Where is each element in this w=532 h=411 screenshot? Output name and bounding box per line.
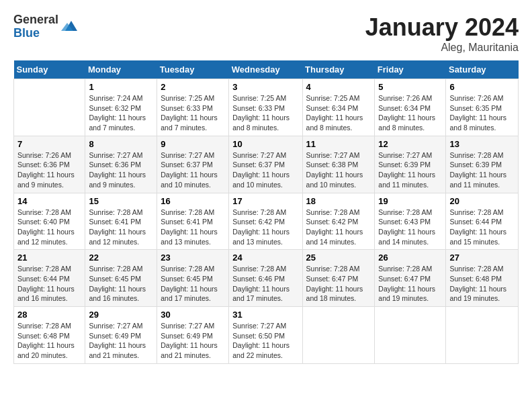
day-info: Sunrise: 7:25 AM Sunset: 6:34 PM Dayligh… bbox=[306, 93, 371, 133]
day-info: Sunrise: 7:28 AM Sunset: 6:41 PM Dayligh… bbox=[161, 208, 225, 247]
day-number: 9 bbox=[161, 139, 225, 149]
calendar-day-cell: 11Sunrise: 7:27 AM Sunset: 6:38 PM Dayli… bbox=[302, 136, 375, 193]
day-info: Sunrise: 7:27 AM Sunset: 6:49 PM Dayligh… bbox=[161, 321, 225, 361]
day-number: 30 bbox=[161, 310, 225, 320]
day-info: Sunrise: 7:28 AM Sunset: 6:40 PM Dayligh… bbox=[17, 208, 81, 247]
day-info: Sunrise: 7:26 AM Sunset: 6:35 PM Dayligh… bbox=[449, 93, 515, 133]
day-number: 2 bbox=[161, 82, 225, 92]
day-number: 15 bbox=[89, 196, 153, 206]
day-info: Sunrise: 7:27 AM Sunset: 6:49 PM Dayligh… bbox=[89, 321, 153, 361]
calendar-day-cell: 12Sunrise: 7:27 AM Sunset: 6:39 PM Dayli… bbox=[375, 136, 446, 193]
calendar-day-cell: 30Sunrise: 7:27 AM Sunset: 6:49 PM Dayli… bbox=[157, 307, 229, 364]
calendar-day-cell: 10Sunrise: 7:27 AM Sunset: 6:37 PM Dayli… bbox=[229, 136, 302, 193]
logo-general: General bbox=[13, 13, 58, 27]
day-number: 18 bbox=[306, 196, 371, 206]
calendar-day-cell bbox=[375, 307, 446, 364]
day-info: Sunrise: 7:28 AM Sunset: 6:39 PM Dayligh… bbox=[449, 150, 515, 190]
day-info: Sunrise: 7:28 AM Sunset: 6:45 PM Dayligh… bbox=[89, 264, 153, 304]
day-info: Sunrise: 7:28 AM Sunset: 6:44 PM Dayligh… bbox=[17, 264, 81, 304]
calendar-day-cell: 21Sunrise: 7:28 AM Sunset: 6:44 PM Dayli… bbox=[14, 250, 85, 307]
day-info: Sunrise: 7:25 AM Sunset: 6:33 PM Dayligh… bbox=[161, 93, 225, 133]
day-header: Tuesday bbox=[157, 60, 229, 79]
day-number: 22 bbox=[89, 253, 153, 263]
title-location: Aleg, Mauritania bbox=[365, 42, 519, 54]
calendar-day-cell bbox=[446, 307, 519, 364]
calendar-day-cell: 13Sunrise: 7:28 AM Sunset: 6:39 PM Dayli… bbox=[446, 136, 519, 193]
calendar-week-row: 21Sunrise: 7:28 AM Sunset: 6:44 PM Dayli… bbox=[14, 250, 519, 307]
calendar-day-cell: 26Sunrise: 7:28 AM Sunset: 6:47 PM Dayli… bbox=[375, 250, 446, 307]
day-number: 5 bbox=[378, 82, 442, 92]
day-header: Saturday bbox=[446, 60, 519, 79]
day-info: Sunrise: 7:27 AM Sunset: 6:38 PM Dayligh… bbox=[306, 150, 371, 190]
day-info: Sunrise: 7:28 AM Sunset: 6:48 PM Dayligh… bbox=[17, 321, 81, 361]
calendar-header: SundayMondayTuesdayWednesdayThursdayFrid… bbox=[14, 60, 519, 79]
day-info: Sunrise: 7:27 AM Sunset: 6:50 PM Dayligh… bbox=[232, 321, 298, 361]
calendar-table: SundayMondayTuesdayWednesdayThursdayFrid… bbox=[13, 60, 519, 364]
day-number: 29 bbox=[89, 310, 153, 320]
day-info: Sunrise: 7:27 AM Sunset: 6:37 PM Dayligh… bbox=[161, 150, 225, 190]
day-info: Sunrise: 7:28 AM Sunset: 6:45 PM Dayligh… bbox=[161, 264, 225, 304]
calendar-week-row: 28Sunrise: 7:28 AM Sunset: 6:48 PM Dayli… bbox=[14, 307, 519, 364]
day-header: Sunday bbox=[14, 60, 85, 79]
day-info: Sunrise: 7:28 AM Sunset: 6:42 PM Dayligh… bbox=[306, 208, 371, 247]
calendar-day-cell: 3Sunrise: 7:25 AM Sunset: 6:33 PM Daylig… bbox=[229, 79, 302, 136]
day-number: 25 bbox=[306, 253, 371, 263]
day-number: 26 bbox=[378, 253, 442, 263]
calendar-day-cell: 25Sunrise: 7:28 AM Sunset: 6:47 PM Dayli… bbox=[302, 250, 375, 307]
day-number: 31 bbox=[232, 310, 298, 320]
day-info: Sunrise: 7:28 AM Sunset: 6:47 PM Dayligh… bbox=[378, 264, 442, 304]
day-info: Sunrise: 7:27 AM Sunset: 6:36 PM Dayligh… bbox=[89, 150, 153, 190]
calendar-day-cell: 23Sunrise: 7:28 AM Sunset: 6:45 PM Dayli… bbox=[157, 250, 229, 307]
day-number: 19 bbox=[378, 196, 442, 206]
day-info: Sunrise: 7:24 AM Sunset: 6:32 PM Dayligh… bbox=[89, 93, 153, 133]
calendar-day-cell: 14Sunrise: 7:28 AM Sunset: 6:40 PM Dayli… bbox=[14, 193, 85, 250]
day-number: 1 bbox=[89, 82, 153, 92]
day-number: 6 bbox=[449, 82, 515, 92]
calendar-day-cell: 6Sunrise: 7:26 AM Sunset: 6:35 PM Daylig… bbox=[446, 79, 519, 136]
calendar-day-cell: 16Sunrise: 7:28 AM Sunset: 6:41 PM Dayli… bbox=[157, 193, 229, 250]
logo: General Blue bbox=[13, 13, 77, 40]
day-header: Thursday bbox=[302, 60, 375, 79]
calendar-day-cell: 22Sunrise: 7:28 AM Sunset: 6:45 PM Dayli… bbox=[85, 250, 157, 307]
title-month: January 2024 bbox=[365, 13, 519, 42]
calendar-day-cell: 4Sunrise: 7:25 AM Sunset: 6:34 PM Daylig… bbox=[302, 79, 375, 136]
day-number: 3 bbox=[232, 82, 298, 92]
calendar-day-cell: 2Sunrise: 7:25 AM Sunset: 6:33 PM Daylig… bbox=[157, 79, 229, 136]
calendar-day-cell: 28Sunrise: 7:28 AM Sunset: 6:48 PM Dayli… bbox=[14, 307, 85, 364]
logo-blue: Blue bbox=[13, 27, 58, 40]
calendar-day-cell: 17Sunrise: 7:28 AM Sunset: 6:42 PM Dayli… bbox=[229, 193, 302, 250]
calendar-week-row: 1Sunrise: 7:24 AM Sunset: 6:32 PM Daylig… bbox=[14, 79, 519, 136]
logo-icon bbox=[61, 19, 77, 35]
day-info: Sunrise: 7:28 AM Sunset: 6:42 PM Dayligh… bbox=[232, 208, 298, 247]
day-info: Sunrise: 7:27 AM Sunset: 6:37 PM Dayligh… bbox=[232, 150, 298, 190]
day-info: Sunrise: 7:26 AM Sunset: 6:36 PM Dayligh… bbox=[17, 150, 81, 190]
day-number: 23 bbox=[161, 253, 225, 263]
day-info: Sunrise: 7:28 AM Sunset: 6:44 PM Dayligh… bbox=[449, 208, 515, 247]
day-header: Monday bbox=[85, 60, 157, 79]
day-info: Sunrise: 7:25 AM Sunset: 6:33 PM Dayligh… bbox=[232, 93, 298, 133]
calendar-day-cell: 27Sunrise: 7:28 AM Sunset: 6:48 PM Dayli… bbox=[446, 250, 519, 307]
day-number: 4 bbox=[306, 82, 371, 92]
day-number: 10 bbox=[232, 139, 298, 149]
day-number: 14 bbox=[17, 196, 81, 206]
day-number: 24 bbox=[232, 253, 298, 263]
title-block: January 2024 Aleg, Mauritania bbox=[365, 13, 519, 54]
day-info: Sunrise: 7:26 AM Sunset: 6:34 PM Dayligh… bbox=[378, 93, 442, 133]
day-number: 13 bbox=[449, 139, 515, 149]
day-info: Sunrise: 7:28 AM Sunset: 6:41 PM Dayligh… bbox=[89, 208, 153, 247]
day-number: 16 bbox=[161, 196, 225, 206]
calendar-day-cell: 29Sunrise: 7:27 AM Sunset: 6:49 PM Dayli… bbox=[85, 307, 157, 364]
calendar-day-cell: 9Sunrise: 7:27 AM Sunset: 6:37 PM Daylig… bbox=[157, 136, 229, 193]
calendar-day-cell bbox=[302, 307, 375, 364]
day-number: 20 bbox=[449, 196, 515, 206]
calendar-day-cell: 1Sunrise: 7:24 AM Sunset: 6:32 PM Daylig… bbox=[85, 79, 157, 136]
day-number: 8 bbox=[89, 139, 153, 149]
day-info: Sunrise: 7:28 AM Sunset: 6:46 PM Dayligh… bbox=[232, 264, 298, 304]
day-number: 11 bbox=[306, 139, 371, 149]
day-number: 7 bbox=[17, 139, 81, 149]
day-info: Sunrise: 7:28 AM Sunset: 6:43 PM Dayligh… bbox=[378, 208, 442, 247]
day-number: 28 bbox=[17, 310, 81, 320]
calendar-week-row: 14Sunrise: 7:28 AM Sunset: 6:40 PM Dayli… bbox=[14, 193, 519, 250]
day-header: Friday bbox=[375, 60, 446, 79]
calendar-day-cell: 20Sunrise: 7:28 AM Sunset: 6:44 PM Dayli… bbox=[446, 193, 519, 250]
